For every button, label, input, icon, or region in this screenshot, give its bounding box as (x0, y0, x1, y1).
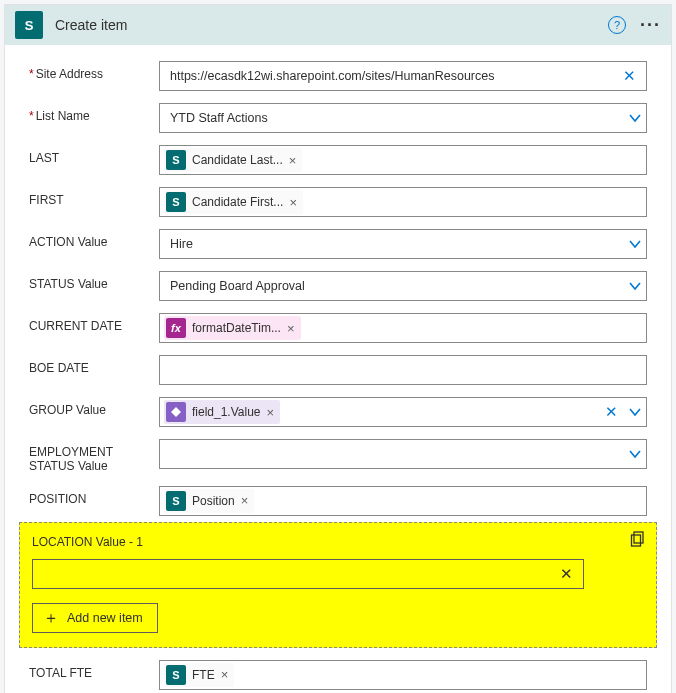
chevron-down-icon[interactable] (626, 405, 640, 419)
value-status: Pending Board Approval (170, 279, 626, 293)
row-total-fte: TOTAL FTE S FTE × (29, 660, 647, 690)
token-field1-value[interactable]: field_1.Value × (164, 400, 280, 424)
label-last: LAST (29, 145, 159, 165)
remove-token-icon[interactable]: × (221, 667, 229, 682)
row-action: ACTION Value Hire (29, 229, 647, 259)
remove-token-icon[interactable]: × (289, 195, 297, 210)
row-site-address: *Site Address https://ecasdk12wi.sharepo… (29, 61, 647, 91)
token-label: FTE (192, 668, 215, 682)
clear-icon[interactable]: ✕ (556, 565, 577, 583)
token-formatdatetime[interactable]: fx formatDateTim... × (164, 316, 301, 340)
clear-icon[interactable]: ✕ (619, 67, 640, 85)
clear-icon[interactable]: ✕ (601, 403, 622, 421)
label-action: ACTION Value (29, 229, 159, 249)
input-location-item[interactable]: ✕ (32, 559, 584, 589)
fx-icon: fx (166, 318, 186, 338)
sharepoint-icon: S (166, 192, 186, 212)
value-site-address: https://ecasdk12wi.sharepoint.com/sites/… (170, 69, 619, 83)
more-icon[interactable]: ··· (640, 20, 661, 30)
chevron-down-icon[interactable] (626, 447, 640, 461)
row-last: LAST S Candidate Last... × (29, 145, 647, 175)
label-list-name: *List Name (29, 103, 159, 123)
label-emp-status: EMPLOYMENT STATUS Value (29, 439, 159, 474)
input-first[interactable]: S Candidate First... × (159, 187, 647, 217)
label-first: FIRST (29, 187, 159, 207)
label-location-group: LOCATION Value - 1 (32, 535, 644, 549)
svg-rect-1 (632, 535, 641, 546)
value-list-name: YTD Staff Actions (170, 111, 626, 125)
token-label: Position (192, 494, 235, 508)
row-current-date: CURRENT DATE fx formatDateTim... × (29, 313, 647, 343)
sharepoint-icon: S (166, 665, 186, 685)
select-emp-status[interactable] (159, 439, 647, 469)
sharepoint-icon: S (166, 491, 186, 511)
chevron-down-icon[interactable] (626, 237, 640, 251)
row-list-name: *List Name YTD Staff Actions (29, 103, 647, 133)
card-title: Create item (55, 17, 608, 33)
row-boe-date: BOE DATE (29, 355, 647, 385)
token-fte[interactable]: S FTE × (164, 663, 234, 687)
select-status[interactable]: Pending Board Approval (159, 271, 647, 301)
value-action: Hire (170, 237, 626, 251)
token-position[interactable]: S Position × (164, 489, 254, 513)
input-position[interactable]: S Position × (159, 486, 647, 516)
remove-token-icon[interactable]: × (241, 493, 249, 508)
create-item-card: S Create item ? ··· *Site Address https:… (4, 4, 672, 693)
copy-icon[interactable] (630, 531, 646, 547)
svg-rect-0 (634, 532, 643, 543)
add-new-item-button[interactable]: ＋ Add new item (32, 603, 158, 633)
input-last[interactable]: S Candidate Last... × (159, 145, 647, 175)
token-label: Candidate Last... (192, 153, 283, 167)
card-body: *Site Address https://ecasdk12wi.sharepo… (5, 45, 671, 693)
select-list-name[interactable]: YTD Staff Actions (159, 103, 647, 133)
add-button-label: Add new item (67, 611, 143, 625)
label-group: GROUP Value (29, 397, 159, 417)
help-icon[interactable]: ? (608, 16, 626, 34)
row-first: FIRST S Candidate First... × (29, 187, 647, 217)
remove-token-icon[interactable]: × (267, 405, 275, 420)
group-location: LOCATION Value - 1 ✕ ＋ Add new item (19, 522, 657, 648)
token-label: Candidate First... (192, 195, 283, 209)
token-candidate-last[interactable]: S Candidate Last... × (164, 148, 302, 172)
chevron-down-icon[interactable] (626, 279, 640, 293)
remove-token-icon[interactable]: × (287, 321, 295, 336)
label-total-fte: TOTAL FTE (29, 660, 159, 680)
row-emp-status: EMPLOYMENT STATUS Value (29, 439, 647, 474)
label-position: POSITION (29, 486, 159, 506)
input-current-date[interactable]: fx formatDateTim... × (159, 313, 647, 343)
input-total-fte[interactable]: S FTE × (159, 660, 647, 690)
token-label: field_1.Value (192, 405, 261, 419)
input-boe-date[interactable] (159, 355, 647, 385)
sharepoint-icon: S (15, 11, 43, 39)
sharepoint-icon: S (166, 150, 186, 170)
label-status: STATUS Value (29, 271, 159, 291)
row-status: STATUS Value Pending Board Approval (29, 271, 647, 301)
label-boe-date: BOE DATE (29, 355, 159, 375)
token-candidate-first[interactable]: S Candidate First... × (164, 190, 303, 214)
label-site-address: *Site Address (29, 61, 159, 81)
label-current-date: CURRENT DATE (29, 313, 159, 333)
plus-icon: ＋ (43, 610, 59, 626)
card-header: S Create item ? ··· (5, 5, 671, 45)
select-action[interactable]: Hire (159, 229, 647, 259)
remove-token-icon[interactable]: × (289, 153, 297, 168)
input-site-address[interactable]: https://ecasdk12wi.sharepoint.com/sites/… (159, 61, 647, 91)
row-position: POSITION S Position × (29, 486, 647, 516)
powerapps-icon (166, 402, 186, 422)
input-group[interactable]: field_1.Value × ✕ (159, 397, 647, 427)
chevron-down-icon[interactable] (626, 111, 640, 125)
row-group: GROUP Value field_1.Value × ✕ (29, 397, 647, 427)
token-label: formatDateTim... (192, 321, 281, 335)
